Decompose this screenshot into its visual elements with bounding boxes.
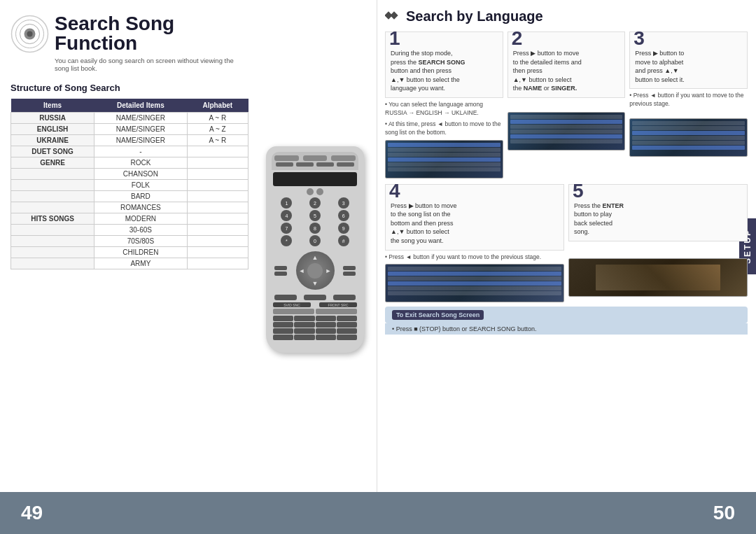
remote-btn-4[interactable] xyxy=(276,162,294,167)
to-exit-label: To Exit Search Song Screen xyxy=(392,310,484,320)
step-4-number: 4 xyxy=(389,181,400,201)
remote-nav-down[interactable]: ▼ xyxy=(312,280,318,287)
remote-numpad: 1 2 3 4 5 6 7 8 9 * 0 # xyxy=(273,197,357,246)
step-4-bullet-1: Press ◄ button if you want to move to th… xyxy=(385,253,564,262)
remote-side-btn-2[interactable] xyxy=(274,272,287,276)
remote-grid-16[interactable] xyxy=(337,335,357,340)
remote-grid-4[interactable] xyxy=(337,316,357,321)
remote-num-7[interactable]: 7 xyxy=(281,223,292,234)
remote-num-0[interactable]: 0 xyxy=(309,235,321,246)
subtitle: You can easily do song search on screen … xyxy=(55,57,248,72)
remote-screen xyxy=(273,172,357,186)
remote-controls xyxy=(274,295,356,300)
remote-grid-8[interactable] xyxy=(337,322,357,328)
to-exit-detail: • Press ■ (STOP) button or SEARCH SONG b… xyxy=(385,323,748,335)
remote-grid-14[interactable] xyxy=(294,335,314,340)
table-row: ENGLISHNAME/SINGERA ~ Z xyxy=(11,124,248,135)
step-4-area: 4 Press ▶ button to moveto the song list… xyxy=(385,184,564,303)
remote-grid-1[interactable] xyxy=(273,316,293,321)
remote-num-hash[interactable]: # xyxy=(338,235,349,246)
step-2-spacer xyxy=(507,98,626,112)
remote-nav-up[interactable]: ▲ xyxy=(312,254,318,261)
step-5-text: Press the ENTERbutton to playback select… xyxy=(574,202,624,236)
remote-nav-right[interactable]: ► xyxy=(326,267,332,274)
right-section: SETUP Search by Language 1 During the st… xyxy=(378,0,756,492)
remote-side-btn-1[interactable] xyxy=(274,266,287,270)
remote-btn-3[interactable] xyxy=(331,155,356,161)
step-3-area: 3 Press ▶ button tomove to alphabetand p… xyxy=(629,31,748,178)
remote-btn-2[interactable] xyxy=(303,155,328,161)
remote-control: 1 2 3 4 5 6 7 8 9 * 0 # ▲ ▼ ◄ ► xyxy=(266,146,364,353)
step-2-number: 2 xyxy=(512,29,523,48)
remote-grid-10[interactable] xyxy=(294,328,314,334)
remote-wide-btn-1[interactable] xyxy=(273,309,314,314)
remote-grid-3[interactable] xyxy=(316,316,336,321)
remote-btn-7[interactable] xyxy=(337,162,355,167)
remote-area: 1 2 3 4 5 6 7 8 9 * 0 # ▲ ▼ ◄ ► xyxy=(252,7,378,492)
remote-side-btn-3[interactable] xyxy=(343,266,356,270)
remote-grid-11[interactable] xyxy=(316,328,336,334)
remote-grid-9[interactable] xyxy=(273,328,293,334)
section-header-icon xyxy=(385,10,400,23)
table-row: CHILDREN xyxy=(11,247,248,258)
table-row: 30-60S xyxy=(11,225,248,236)
step-4-content: Press ▶ button to moveto the song list o… xyxy=(391,189,559,246)
remote-label-1[interactable]: SVID SNC xyxy=(273,302,311,307)
remote-ctrl-2[interactable] xyxy=(304,295,326,300)
step-5-number: 5 xyxy=(573,181,584,201)
step-2-text: Press ▶ button to moveto the detailed it… xyxy=(513,50,582,92)
step-5-spacer xyxy=(568,241,748,258)
remote-grid-13[interactable] xyxy=(273,335,293,340)
remote-ctrl-1[interactable] xyxy=(274,295,297,300)
step-4-bullets: Press ◄ button if you want to move to th… xyxy=(385,253,564,262)
remote-num-5[interactable]: 5 xyxy=(309,210,321,221)
remote-num-6[interactable]: 6 xyxy=(338,210,349,221)
remote-grid xyxy=(273,316,357,340)
remote-nav-left[interactable]: ◄ xyxy=(299,267,305,274)
remote-nav-center[interactable] xyxy=(307,263,323,279)
step-3-image xyxy=(629,118,748,157)
step-4-box: 4 Press ▶ button to moveto the song list… xyxy=(385,184,564,251)
step-2-area: 2 Press ▶ button to moveto the detailed … xyxy=(507,31,626,178)
remote-bottom: SVID SNC FRONT SRC xyxy=(273,302,357,340)
remote-side-controls: ▲ ▼ ◄ ► xyxy=(274,248,356,293)
remote-num-8[interactable]: 8 xyxy=(309,223,321,234)
remote-num-9[interactable]: 9 xyxy=(338,223,349,234)
remote-num-1[interactable]: 1 xyxy=(281,197,292,209)
remote-num-2[interactable]: 2 xyxy=(309,197,321,209)
remote-label-2[interactable]: FRONT SRC xyxy=(319,302,357,307)
step-5-area: 5 Press the ENTERbutton to playback sele… xyxy=(568,184,748,303)
step-3-box: 3 Press ▶ button tomove to alphabetand p… xyxy=(629,31,748,89)
remote-grid-12[interactable] xyxy=(337,328,357,334)
remote-ctrl-3[interactable] xyxy=(333,295,356,300)
remote-grid-5[interactable] xyxy=(273,322,293,328)
step-1-bullets: You can select the language among RUSSIA… xyxy=(385,101,503,137)
remote-grid-2[interactable] xyxy=(294,316,314,321)
remote-num-4[interactable]: 4 xyxy=(281,210,292,221)
remote-btn-5[interactable] xyxy=(296,162,314,167)
step-1-content: During the stop mode,press the SEARCH SO… xyxy=(391,36,498,93)
step-1-number: 1 xyxy=(389,29,400,48)
remote-num-3[interactable]: 3 xyxy=(338,197,349,209)
step-5-image xyxy=(568,258,748,297)
remote-num-star[interactable]: * xyxy=(281,235,292,246)
remote-nav-ring[interactable]: ▲ ▼ ◄ ► xyxy=(296,251,335,290)
remote-dot-btn[interactable] xyxy=(307,188,314,195)
svg-rect-6 xyxy=(390,11,398,19)
remote-wide-btn-2[interactable] xyxy=(316,309,357,314)
step-3-content: Press ▶ button tomove to alphabetand pre… xyxy=(635,36,742,84)
remote-btn-6[interactable] xyxy=(316,162,335,167)
step-3-bullet-1: Press ◄ button if you want to move to th… xyxy=(629,92,748,108)
remote-side-btn-4[interactable] xyxy=(343,272,356,276)
remote-grid-6[interactable] xyxy=(294,322,314,328)
col-header-alpha: Alphabet xyxy=(187,99,248,113)
section-title: Search by Language xyxy=(406,8,543,24)
left-section: Search Song Function You can easily do s… xyxy=(0,0,259,492)
remote-btn-1[interactable] xyxy=(274,155,299,161)
table-row: RUSSIANAME/SINGERA ~ R xyxy=(11,113,248,124)
step-2-image xyxy=(507,112,626,150)
remote-dot-btn-2[interactable] xyxy=(316,188,323,195)
search-icon-decoration xyxy=(385,10,400,23)
remote-grid-7[interactable] xyxy=(316,322,336,328)
remote-grid-15[interactable] xyxy=(316,335,336,340)
